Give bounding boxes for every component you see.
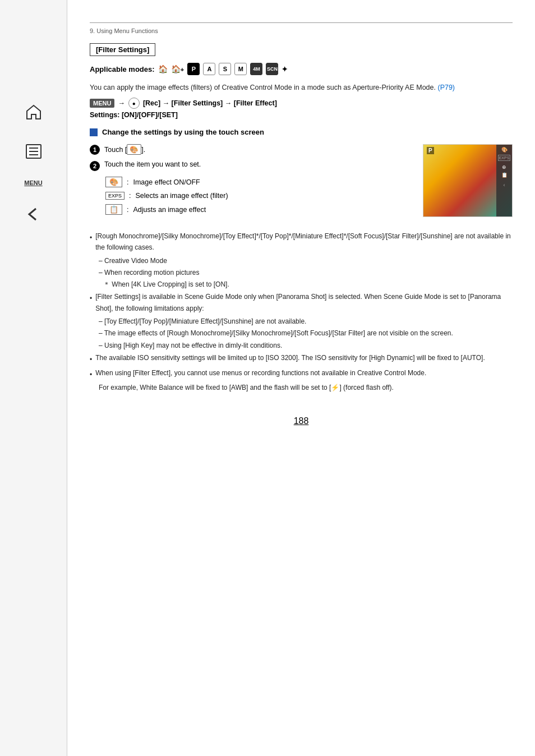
bullet-4: • [90, 369, 92, 380]
step-1-text: Touch [🎨]. [104, 144, 145, 155]
icon-desc-1: Image effect ON/OFF [133, 178, 200, 186]
step-2: 2 Touch the item you want to set. [90, 160, 412, 171]
camera-sidebar-overlay: 🎨 EXPS ⊕ 📋 ‹ [496, 145, 512, 216]
bullet-1: • [90, 232, 92, 243]
note-1-sub-star: ＊ When [4K Live Cropping] is set to [ON]… [103, 279, 513, 290]
touch-section: 1 Touch [🎨]. 2 Touch the item you want t… [90, 144, 513, 219]
icon-colon-1: : [127, 178, 128, 186]
cam-icon-3: 📋 [501, 172, 508, 178]
step-2-text: Touch the item you want to set. [104, 160, 201, 168]
mode-em-badge: 4M [250, 63, 262, 75]
p79-link[interactable]: (P79) [437, 84, 455, 91]
touch-instructions: 1 Touch [🎨]. 2 Touch the item you want t… [90, 144, 412, 219]
bullet-3: • [90, 354, 92, 365]
note-2-sub-3: – Using [High Key] may not be effective … [99, 340, 513, 351]
page-number: 188 [90, 416, 513, 426]
cam-arrow: ‹ [504, 182, 505, 188]
icon-colon-2: : [129, 192, 131, 200]
applicable-modes-label: Applicable modes: [90, 65, 155, 73]
note-3-text: The available ISO sensitivity settings w… [95, 352, 485, 363]
main-content: 9. Using Menu Functions [Filter Settings… [67, 0, 535, 756]
step-1: 1 Touch [🎨]. [90, 144, 412, 155]
mode-s-badge: S [219, 63, 231, 75]
applicable-modes-row: Applicable modes: 🏠 🏠+ P A S M 4M SCN ✦ [90, 63, 513, 75]
mode-m-badge: M [234, 63, 247, 75]
nav-text: [Rec] → [Filter Settings] → [Filter Effe… [143, 99, 277, 107]
description-text: You can apply the image effects (filters… [90, 82, 513, 93]
blue-square-icon [90, 128, 98, 136]
note-1: • [Rough Monochrome]/[Silky Monochrome]/… [90, 231, 513, 253]
menu-key: MENU [90, 99, 114, 108]
note-1-sub-2: – When recording motion pictures [99, 268, 513, 278]
menu-label[interactable]: MENU [24, 179, 42, 186]
list-icon[interactable] [22, 140, 45, 163]
note-1-sub-1: – Creative Video Mode [99, 256, 513, 266]
sidebar: MENU [0, 0, 67, 756]
cam-icon-2: ⊕ [502, 164, 506, 170]
note-2: • [Filter Settings] is available in Scen… [90, 291, 513, 314]
step-1-number: 1 [90, 145, 100, 155]
mode-ia-icon: 🏠 [158, 64, 168, 73]
step-2-number: 2 [90, 161, 100, 171]
cam-exps-label: EXPS [498, 155, 511, 161]
icon-item-1: 🎨 : Image effect ON/OFF [105, 177, 412, 187]
icon-item-3: 📋 : Adjusts an image effect [105, 204, 412, 215]
note-4-text: When using [Filter Effect], you cannot u… [95, 367, 426, 379]
note-2-sub-2: – The image effects of [Rough Monochrome… [99, 328, 513, 339]
icon-item-2: EXPS : Selects an image effect (filter) [105, 192, 412, 200]
arrow1: → [118, 99, 125, 107]
notes-section: • [Rough Monochrome]/[Silky Monochrome]/… [90, 231, 513, 394]
icon-adjust: 📋 [105, 204, 122, 215]
note-4-sub-1: For example, White Balance will be fixed… [99, 382, 513, 393]
mode-a-badge: A [203, 63, 215, 75]
camera-screen-image: P 🎨 EXPS ⊕ 📋 ‹ [423, 144, 513, 217]
back-icon[interactable] [22, 203, 45, 225]
icon-exps: EXPS [105, 192, 124, 200]
note-4: • When using [Filter Effect], you cannot… [90, 367, 513, 380]
rec-icon: ● [128, 98, 140, 109]
icon-desc-2: Selects an image effect (filter) [136, 192, 228, 200]
mode-p-badge: P [187, 63, 200, 75]
nav-instruction: MENU → ● [Rec] → [Filter Settings] → [Fi… [90, 98, 513, 109]
cam-icon-1: 🎨 [501, 147, 508, 153]
note-3: • The available ISO sensitivity settings… [90, 352, 513, 365]
settings-line: Settings: [ON]/[OFF]/[SET] [90, 111, 513, 119]
note-1-text: [Rough Monochrome]/[Silky Monochrome]/[T… [95, 231, 513, 253]
change-heading: Change the settings by using the touch s… [90, 128, 513, 136]
bullet-2: • [90, 293, 92, 304]
camera-p-indicator: P [427, 147, 434, 154]
icon-desc-3: Adjusts an image effect [133, 206, 206, 214]
home-icon[interactable] [22, 101, 45, 123]
mode-extra-icon: ✦ [282, 65, 288, 73]
icon-colon-3: : [127, 206, 128, 214]
section-title: [Filter Settings] [90, 43, 155, 56]
note-2-text: [Filter Settings] is available in Scene … [95, 291, 513, 314]
note-2-sub-1: – [Toy Effect]/[Toy Pop]/[Miniature Effe… [99, 316, 513, 327]
icon-paint: 🎨 [105, 177, 122, 187]
breadcrumb: 9. Using Menu Functions [90, 22, 513, 34]
mode-ia-plus-icon: 🏠+ [171, 64, 185, 73]
mode-scn-badge: SCN [266, 63, 278, 75]
